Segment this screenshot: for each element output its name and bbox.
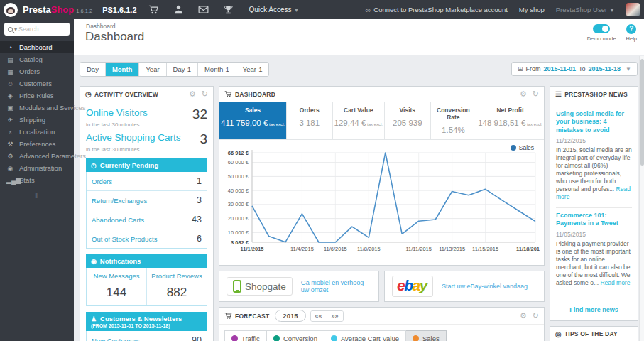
toggle-conversion[interactable]: Conversion	[267, 330, 324, 341]
gear-icon[interactable]: ⚙	[189, 90, 196, 99]
gear-icon[interactable]: ⚙	[520, 90, 527, 99]
new-messages-link[interactable]: New Messages	[89, 272, 143, 280]
news-article-title[interactable]: Using social media for your business: 4 …	[556, 110, 632, 134]
news-article-excerpt: In 2015, social media are an integral pa…	[556, 146, 632, 201]
active-carts-link[interactable]: Active Shopping Carts	[86, 132, 181, 143]
notification-cell: Product Reviews882	[146, 268, 207, 305]
refresh-icon[interactable]: ↻	[533, 311, 539, 320]
scrollbar[interactable]	[639, 56, 644, 341]
shop-name[interactable]: PS1.6.1.2	[102, 6, 136, 14]
topbar-icons	[148, 4, 234, 15]
cart-icon[interactable]	[148, 4, 159, 15]
legend-dot-icon	[273, 335, 280, 341]
collapse-menu-icon[interactable]: ‖	[0, 192, 74, 200]
gears-icon: ⚙	[6, 153, 14, 160]
toggle-traffic[interactable]: Traffic	[224, 330, 267, 341]
customer-row-label[interactable]: New Customers	[92, 337, 140, 341]
sidebar-item-catalog[interactable]: ▤Catalog	[0, 53, 74, 65]
customers-newsletters-table: New Customers90New Subscriptions18Total …	[86, 331, 207, 341]
sidebar-item-modules-and-services[interactable]: ▣Modules and Services	[0, 102, 74, 114]
sidebar-item-stats[interactable]: ▂▄▆Stats	[0, 174, 74, 186]
toggle-on-icon[interactable]	[593, 24, 610, 33]
ebay-link[interactable]: Start uw eBay-winkel vandaag	[442, 283, 528, 290]
truck-icon: ✈	[6, 117, 14, 124]
toggle-average-cart-value[interactable]: Average Cart Value	[324, 330, 406, 341]
svg-text:11/8/2015: 11/8/2015	[357, 246, 381, 252]
kpi-label: Orders	[288, 107, 331, 114]
svg-text:11/11/2015: 11/11/2015	[405, 246, 431, 252]
search-input[interactable]	[18, 26, 66, 33]
range-button-year[interactable]: Year	[139, 63, 166, 76]
svg-text:11/1/2015: 11/1/2015	[241, 246, 264, 252]
demo-mode-toggle[interactable]: Demo mode	[587, 24, 616, 42]
pending-row-value: 1	[197, 176, 202, 186]
tags-icon: ◈	[6, 92, 14, 99]
product-reviews-link[interactable]: Product Reviews	[150, 272, 204, 280]
messages-icon[interactable]	[198, 4, 209, 15]
kpi-tab-sales[interactable]: Sales411 759,00 € tax excl.	[219, 102, 287, 139]
range-button-day-1[interactable]: Day-1	[167, 63, 198, 76]
sales-chart: 66 912 €60 000 €50 000 €40 000 €30 000 €…	[221, 141, 542, 264]
range-button-month-1[interactable]: Month-1	[198, 63, 236, 76]
sidebar-item-preferences[interactable]: ⚒Preferences	[0, 138, 74, 150]
filter-row: DayMonthYearDay-1Month-1Year-1 ⊞ From 20…	[80, 62, 638, 77]
sidebar-item-dashboard[interactable]: ◔Dashboard	[0, 41, 74, 53]
sidebar-item-localization[interactable]: ♁Localization	[0, 126, 74, 138]
news-article-title[interactable]: Ecommerce 101: Payments in a Tweet	[556, 212, 632, 228]
activity-icon: ◷	[85, 90, 92, 98]
sidebar-item-label: Orders	[19, 67, 40, 75]
chart-legend: Sales	[511, 144, 534, 151]
online-visitors-link[interactable]: Online Visitors	[86, 107, 148, 118]
my-shop-link[interactable]: My shop	[519, 6, 545, 13]
pending-row-label[interactable]: Abandoned Carts	[92, 216, 144, 224]
help-button[interactable]: ? Help	[626, 24, 637, 42]
range-button-month[interactable]: Month	[106, 63, 140, 76]
sidebar-item-administration[interactable]: ◉Administration	[0, 162, 74, 174]
user-menu[interactable]: PrestaShop User▼	[556, 6, 615, 13]
kpi-tab-conversion-rate[interactable]: Conversion Rate1.54%	[431, 102, 477, 139]
user-icon: ♟	[91, 315, 97, 323]
find-more-news-link[interactable]: Find more news	[569, 306, 618, 313]
sidebar-item-label: Shipping	[19, 116, 45, 124]
avatar[interactable]	[626, 3, 640, 16]
customers-icon[interactable]	[173, 4, 184, 15]
pending-row-label[interactable]: Return/Exchanges	[92, 197, 147, 205]
kpi-label: Net Profit	[478, 107, 542, 114]
panel-title: DASHBOARD	[224, 90, 275, 98]
range-button-day[interactable]: Day	[80, 63, 106, 76]
refresh-icon[interactable]: ↻	[533, 90, 539, 99]
kpi-tab-cart-value[interactable]: Cart Value129,44 € tax excl.	[333, 102, 385, 139]
scrollbar-thumb[interactable]	[640, 59, 644, 166]
refresh-icon[interactable]: ↻	[202, 90, 208, 99]
quick-access-menu[interactable]: Quick Access▼	[249, 6, 300, 13]
kpi-tab-visits[interactable]: Visits205 939	[385, 102, 431, 139]
sidebar-item-shipping[interactable]: ✈Shipping	[0, 114, 74, 126]
sidebar-item-advanced-parameters[interactable]: ⚙Advanced Parameters	[0, 150, 74, 162]
pending-row-label[interactable]: Orders	[92, 178, 112, 185]
range-button-year-1[interactable]: Year-1	[236, 63, 269, 76]
date-range-picker[interactable]: ⊞ From 2015-11-01 To 2015-11-18 ▼	[511, 62, 638, 76]
next-period-button[interactable]: »»	[327, 311, 343, 321]
chevron-down-icon[interactable]: ▾	[14, 26, 17, 33]
marketplace-link[interactable]: ∞Connect to PrestaShop Marketplace accou…	[365, 6, 507, 14]
kpi-tab-net-profit[interactable]: Net Profit148 918,51 € tax excl.	[476, 102, 544, 139]
previous-period-button[interactable]: ««	[311, 311, 327, 321]
gear-icon[interactable]: ⚙	[520, 311, 527, 320]
toggle-sales[interactable]: Sales	[406, 330, 447, 341]
read-more-link[interactable]: Read more	[556, 185, 631, 200]
pending-row-value: 6	[197, 234, 202, 244]
forecast-year-badge[interactable]: 2015	[275, 310, 305, 322]
kpi-tab-orders[interactable]: Orders3 181	[287, 102, 333, 139]
pending-row-label[interactable]: Out of Stock Products	[92, 235, 157, 243]
calendar-icon: ⊞	[518, 65, 523, 72]
sidebar-item-orders[interactable]: ▦Orders	[0, 65, 74, 77]
ebay-banner[interactable]: ebay Start uw eBay-winkel vandaag	[384, 271, 545, 302]
news-article: Ecommerce 101: Payments in a Tweet11/05/…	[556, 208, 632, 293]
read-more-link[interactable]: Read more	[600, 279, 630, 286]
sidebar-item-price-rules[interactable]: ◈Price Rules	[0, 90, 74, 102]
shopgate-link[interactable]: Ga mobiel en verhoog uw omzet	[301, 279, 371, 293]
trophy-icon[interactable]	[223, 4, 234, 15]
shopgate-banner[interactable]: Shopgate Ga mobiel en verhoog uw omzet	[219, 271, 379, 302]
sidebar-item-customers[interactable]: ☺Customers	[0, 77, 74, 90]
topbar: PrestaShop 1.6.1.2 PS1.6.1.2 Quick Acces…	[0, 0, 644, 19]
